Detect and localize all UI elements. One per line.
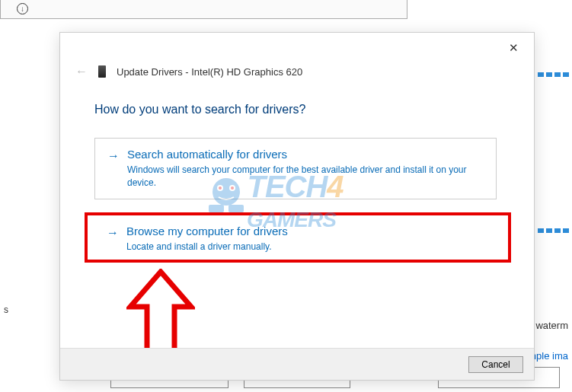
close-icon: ✕ [509,41,519,55]
arrow-right-icon: → [107,225,119,253]
option-search-automatically[interactable]: → Search automatically for drivers Windo… [94,138,497,199]
option-browse-computer[interactable]: → Browse my computer for drivers Locate … [94,215,497,263]
dialog-footer: Cancel [60,348,534,380]
svg-rect-6 [228,205,244,212]
background-text: s [4,304,8,315]
background-link[interactable]: nple ima [531,350,568,362]
background-window-fragment [0,0,407,19]
cancel-button[interactable]: Cancel [468,356,523,373]
option-description: Locate and install a driver manually. [126,241,484,253]
back-arrow-icon: ← [75,65,88,78]
arrow-right-icon: → [107,148,120,190]
dialog-header: ← Update Drivers - Intel(R) HD Graphics … [75,65,302,78]
close-button[interactable]: ✕ [502,39,525,57]
dialog-heading: How do you want to search for drivers? [94,103,305,116]
device-icon [98,65,106,78]
option-content: Search automatically for drivers Windows… [127,148,484,190]
option-description: Windows will search your computer for th… [127,164,484,190]
option-content: Browse my computer for drivers Locate an… [126,225,484,253]
update-drivers-dialog: ✕ ← Update Drivers - Intel(R) HD Graphic… [59,32,535,381]
download-icon: ↓ [17,3,28,14]
decorative-dashes [538,66,572,72]
option-title: Search automatically for drivers [127,148,484,161]
option-title: Browse my computer for drivers [126,225,484,237]
dialog-title: Update Drivers - Intel(R) HD Graphics 62… [117,66,302,78]
svg-rect-5 [209,205,224,212]
decorative-dashes [538,222,572,228]
background-text: waterm [535,320,568,331]
